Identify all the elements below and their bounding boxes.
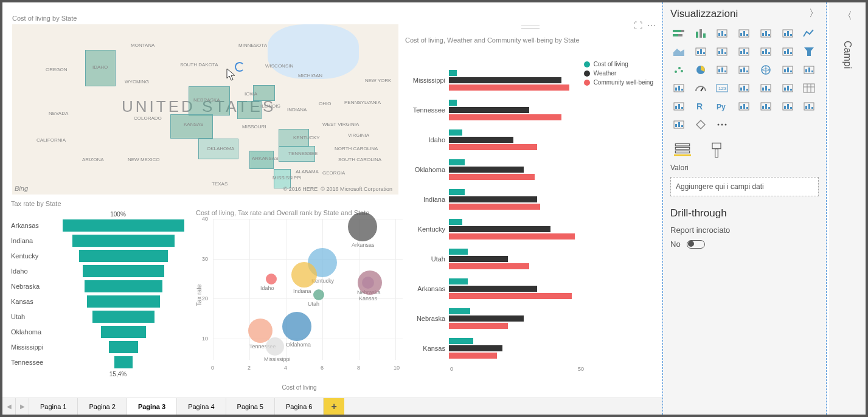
page-tab-2[interactable]: Pagina 2: [78, 398, 127, 415]
page-tab-1[interactable]: Pagina 1: [29, 398, 78, 415]
bar-visual[interactable]: ⛶ ⋯ Cost of living, Weather and Communit…: [403, 21, 658, 385]
funnel-row[interactable]: Nebraska: [11, 278, 193, 294]
bar-group[interactable]: Indiana: [405, 187, 658, 212]
bar-group[interactable]: Tennessee: [405, 98, 658, 122]
svg-text:123: 123: [718, 86, 727, 91]
scatter-visual[interactable]: Cost of living, Tax rate and Overall ran…: [196, 209, 403, 385]
viz-donut[interactable]: [713, 63, 731, 77]
svg-rect-83: [804, 84, 814, 92]
bubble-arkansas[interactable]: [348, 212, 377, 241]
viz-multi-row-card[interactable]: [735, 81, 752, 95]
page-tab-6[interactable]: Pagina 6: [275, 398, 324, 415]
viz-diamond[interactable]: [692, 117, 709, 132]
bar-group[interactable]: Nebraska: [405, 306, 658, 331]
viz-clustered-column[interactable]: [692, 26, 709, 41]
viz-python-visual[interactable]: Py: [713, 99, 731, 114]
svg-rect-90: [681, 107, 683, 109]
viz-key-influencers[interactable]: [735, 99, 752, 114]
viz-stacked-area[interactable]: [692, 44, 709, 59]
svg-rect-106: [805, 106, 807, 109]
svg-rect-100: [768, 107, 770, 109]
viz-slicer[interactable]: [779, 81, 796, 95]
bar-group[interactable]: Utah: [405, 247, 658, 271]
viz-line[interactable]: [800, 26, 818, 41]
viz-gauge[interactable]: [692, 81, 709, 95]
map-background[interactable]: UNITED STATES OREGON IDAHO NEVADA CALIFO…: [12, 24, 398, 195]
bar-group[interactable]: Mississippi: [405, 68, 658, 92]
svg-rect-36: [762, 51, 764, 54]
add-page-button[interactable]: +: [324, 398, 344, 415]
focus-mode-icon[interactable]: ⛶: [634, 21, 642, 30]
viz-line-column2[interactable]: [735, 44, 752, 59]
viz-line-column[interactable]: [713, 44, 731, 59]
viz-clustered-bar-group[interactable]: [713, 26, 731, 41]
grip-icon[interactable]: [521, 24, 540, 29]
viz-decomposition[interactable]: [757, 99, 774, 114]
expand-fields-icon[interactable]: 〈: [829, 10, 866, 22]
viz-r-visual[interactable]: R: [692, 99, 709, 114]
viz-pie[interactable]: [692, 63, 709, 77]
bubble-idaho[interactable]: [266, 274, 277, 284]
viz-ribbon[interactable]: [757, 44, 774, 59]
page-prev-icon[interactable]: ◀: [2, 398, 16, 415]
more-options-icon[interactable]: ⋯: [647, 21, 656, 30]
viz-more-icon[interactable]: [713, 117, 731, 132]
svg-rect-103: [787, 104, 789, 109]
viz-card[interactable]: 123: [713, 81, 731, 95]
cross-report-toggle[interactable]: [687, 240, 705, 249]
bar-group[interactable]: Oklahoma: [405, 157, 658, 182]
field-drop-zone[interactable]: Aggiungere qui i campi dati: [670, 177, 819, 196]
funnel-row[interactable]: Utah: [11, 309, 193, 324]
page-tab-4[interactable]: Pagina 4: [177, 398, 226, 415]
funnel-row[interactable]: Kansas: [11, 294, 193, 309]
viz-table[interactable]: [800, 81, 818, 95]
viz-map[interactable]: [757, 63, 774, 77]
bubble-kansas[interactable]: [358, 271, 382, 295]
viz-shape-map[interactable]: [800, 63, 818, 77]
page-tab-3[interactable]: Pagina 3: [127, 398, 177, 415]
bar-xaxis: 050: [450, 366, 584, 372]
page-tab-5[interactable]: Pagina 5: [226, 398, 275, 415]
bubble-utah[interactable]: [313, 289, 324, 300]
svg-rect-120: [715, 149, 718, 157]
bar-group[interactable]: Kansas: [405, 336, 658, 360]
viz-area[interactable]: [670, 44, 687, 59]
fields-tab-icon[interactable]: [674, 142, 691, 156]
viz-stacked-100[interactable]: [757, 26, 774, 41]
viz-waterfall[interactable]: [779, 44, 796, 59]
viz-paginated[interactable]: [800, 99, 818, 114]
viz-column-100[interactable]: [779, 26, 796, 41]
funnel-row[interactable]: Idaho: [11, 263, 193, 278]
viz-funnel-vis[interactable]: [800, 44, 818, 59]
format-tab-icon[interactable]: [708, 142, 725, 156]
bar-group[interactable]: Idaho: [405, 128, 658, 152]
map-visual[interactable]: Cost of living by State UNITED STATES OR…: [12, 15, 398, 197]
viz-matrix[interactable]: [670, 99, 687, 114]
funnel-row[interactable]: Mississippi: [11, 339, 193, 354]
funnel-row[interactable]: Arkansas: [11, 218, 193, 233]
viz-qna[interactable]: [779, 99, 796, 114]
bubble-indiana[interactable]: [291, 262, 317, 288]
bubble-mississippi[interactable]: [266, 337, 284, 356]
viz-azure-map[interactable]: [670, 81, 687, 95]
viz-column-multi[interactable]: [735, 26, 752, 41]
bubble-oklahoma[interactable]: [282, 312, 311, 341]
funnel-row[interactable]: Oklahoma: [11, 324, 193, 339]
viz-powerapps[interactable]: [670, 117, 687, 132]
funnel-row[interactable]: Tennessee: [11, 354, 193, 370]
collapse-viz-icon[interactable]: 〉: [809, 7, 819, 20]
svg-rect-95: [743, 104, 745, 109]
funnel-visual[interactable]: Tax rate by State 100% ArkansasIndianaKe…: [11, 200, 193, 382]
viz-filled-map[interactable]: [779, 63, 796, 77]
viz-kpi[interactable]: [757, 81, 774, 95]
viz-scatter-vis[interactable]: [670, 63, 687, 77]
bar-group[interactable]: Kentucky: [405, 217, 658, 241]
viz-stacked-bar[interactable]: [670, 26, 687, 41]
scatter-plot-area[interactable]: Tax rate 102030400246810ArkansasKentucky…: [196, 219, 403, 371]
bar-group[interactable]: Arkansas: [405, 277, 658, 301]
viz-treemap[interactable]: [735, 63, 752, 77]
fields-panel-collapsed[interactable]: 〈 Campi: [829, 2, 866, 415]
funnel-row[interactable]: Kentucky: [11, 248, 193, 263]
funnel-row[interactable]: Indiana: [11, 233, 193, 248]
page-next-icon[interactable]: ▶: [16, 398, 29, 415]
